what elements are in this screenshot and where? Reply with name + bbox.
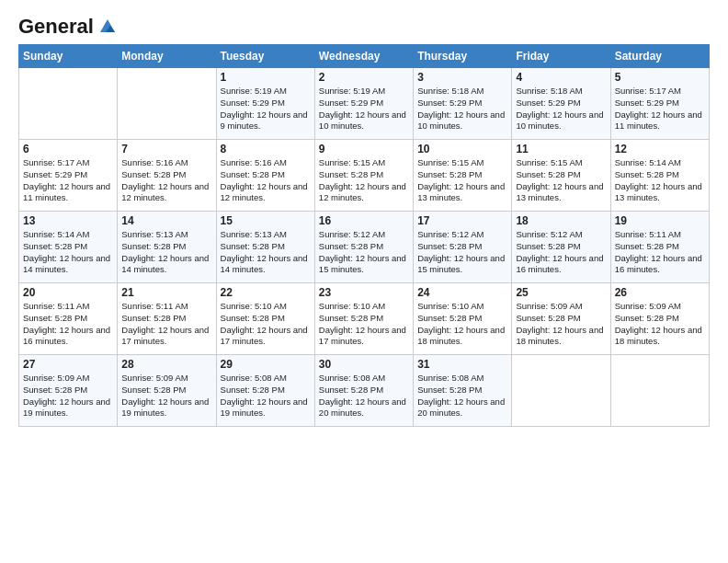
day-info: Sunrise: 5:15 AMSunset: 5:28 PMDaylight:… <box>516 157 606 204</box>
top-bar: General <box>18 15 710 37</box>
day-number: 19 <box>615 214 705 227</box>
day-info: Sunrise: 5:16 AMSunset: 5:28 PMDaylight:… <box>221 157 311 204</box>
empty-cell <box>512 355 610 427</box>
day-number: 3 <box>417 71 507 84</box>
day-number: 29 <box>221 358 311 371</box>
weekday-header-saturday: Saturday <box>610 45 709 68</box>
empty-cell <box>610 355 709 427</box>
day-cell-18: 18Sunrise: 5:12 AMSunset: 5:28 PMDayligh… <box>512 212 610 283</box>
day-cell-10: 10Sunrise: 5:15 AMSunset: 5:28 PMDayligh… <box>414 140 512 212</box>
day-number: 13 <box>23 214 113 227</box>
day-cell-27: 27Sunrise: 5:09 AMSunset: 5:28 PMDayligh… <box>19 355 118 427</box>
day-cell-16: 16Sunrise: 5:12 AMSunset: 5:28 PMDayligh… <box>314 212 413 283</box>
day-number: 23 <box>319 286 409 299</box>
day-cell-1: 1Sunrise: 5:19 AMSunset: 5:29 PMDaylight… <box>216 68 314 140</box>
day-number: 17 <box>417 214 507 227</box>
week-row-3: 13Sunrise: 5:14 AMSunset: 5:28 PMDayligh… <box>19 212 710 283</box>
day-number: 11 <box>516 143 606 155</box>
weekday-header-wednesday: Wednesday <box>314 45 413 68</box>
day-number: 28 <box>121 358 211 371</box>
logo-general-text: General <box>18 15 94 39</box>
day-cell-20: 20Sunrise: 5:11 AMSunset: 5:28 PMDayligh… <box>19 283 118 355</box>
empty-cell <box>19 68 118 140</box>
day-cell-30: 30Sunrise: 5:08 AMSunset: 5:28 PMDayligh… <box>314 355 413 427</box>
day-info: Sunrise: 5:09 AMSunset: 5:28 PMDaylight:… <box>615 301 705 348</box>
day-info: Sunrise: 5:16 AMSunset: 5:28 PMDaylight:… <box>121 157 211 204</box>
day-number: 20 <box>23 286 113 299</box>
logo: General <box>18 15 118 37</box>
weekday-header-sunday: Sunday <box>19 45 118 68</box>
day-number: 14 <box>121 214 211 227</box>
day-number: 16 <box>319 214 409 227</box>
day-number: 8 <box>221 143 311 155</box>
day-cell-21: 21Sunrise: 5:11 AMSunset: 5:28 PMDayligh… <box>118 283 216 355</box>
day-number: 15 <box>221 214 311 227</box>
day-info: Sunrise: 5:17 AMSunset: 5:29 PMDaylight:… <box>615 86 705 132</box>
logo-icon <box>97 17 118 37</box>
day-cell-11: 11Sunrise: 5:15 AMSunset: 5:28 PMDayligh… <box>512 140 610 212</box>
day-number: 2 <box>319 71 409 84</box>
day-info: Sunrise: 5:19 AMSunset: 5:29 PMDaylight:… <box>319 86 409 132</box>
day-number: 10 <box>417 143 507 155</box>
day-number: 12 <box>615 143 705 155</box>
day-info: Sunrise: 5:10 AMSunset: 5:28 PMDaylight:… <box>417 301 507 348</box>
day-number: 27 <box>23 358 113 371</box>
week-row-5: 27Sunrise: 5:09 AMSunset: 5:28 PMDayligh… <box>19 355 710 427</box>
day-cell-22: 22Sunrise: 5:10 AMSunset: 5:28 PMDayligh… <box>216 283 314 355</box>
day-number: 30 <box>319 358 409 371</box>
day-number: 18 <box>516 214 606 227</box>
day-info: Sunrise: 5:08 AMSunset: 5:28 PMDaylight:… <box>417 373 507 419</box>
weekday-header-row: SundayMondayTuesdayWednesdayThursdayFrid… <box>19 45 710 68</box>
day-info: Sunrise: 5:11 AMSunset: 5:28 PMDaylight:… <box>615 229 705 276</box>
day-number: 26 <box>615 286 705 299</box>
day-cell-7: 7Sunrise: 5:16 AMSunset: 5:28 PMDaylight… <box>118 140 216 212</box>
day-info: Sunrise: 5:14 AMSunset: 5:28 PMDaylight:… <box>23 229 113 276</box>
day-cell-23: 23Sunrise: 5:10 AMSunset: 5:28 PMDayligh… <box>314 283 413 355</box>
day-info: Sunrise: 5:10 AMSunset: 5:28 PMDaylight:… <box>319 301 409 348</box>
calendar-page: General SundayMondayTuesdayWednesdayThur… <box>0 0 728 563</box>
day-info: Sunrise: 5:13 AMSunset: 5:28 PMDaylight:… <box>121 229 211 276</box>
day-number: 4 <box>516 71 606 84</box>
week-row-2: 6Sunrise: 5:17 AMSunset: 5:29 PMDaylight… <box>19 140 710 212</box>
day-number: 22 <box>221 286 311 299</box>
day-number: 5 <box>615 71 705 84</box>
day-number: 1 <box>221 71 311 84</box>
day-info: Sunrise: 5:10 AMSunset: 5:28 PMDaylight:… <box>221 301 311 348</box>
day-number: 9 <box>319 143 409 155</box>
day-info: Sunrise: 5:11 AMSunset: 5:28 PMDaylight:… <box>23 301 113 348</box>
week-row-1: 1Sunrise: 5:19 AMSunset: 5:29 PMDaylight… <box>19 68 710 140</box>
day-cell-24: 24Sunrise: 5:10 AMSunset: 5:28 PMDayligh… <box>414 283 512 355</box>
day-number: 25 <box>516 286 606 299</box>
day-info: Sunrise: 5:12 AMSunset: 5:28 PMDaylight:… <box>516 229 606 276</box>
weekday-header-friday: Friday <box>512 45 610 68</box>
day-cell-31: 31Sunrise: 5:08 AMSunset: 5:28 PMDayligh… <box>414 355 512 427</box>
week-row-4: 20Sunrise: 5:11 AMSunset: 5:28 PMDayligh… <box>19 283 710 355</box>
day-cell-19: 19Sunrise: 5:11 AMSunset: 5:28 PMDayligh… <box>610 212 709 283</box>
day-info: Sunrise: 5:12 AMSunset: 5:28 PMDaylight:… <box>319 229 409 276</box>
day-info: Sunrise: 5:13 AMSunset: 5:28 PMDaylight:… <box>221 229 311 276</box>
day-cell-6: 6Sunrise: 5:17 AMSunset: 5:29 PMDaylight… <box>19 140 118 212</box>
day-cell-14: 14Sunrise: 5:13 AMSunset: 5:28 PMDayligh… <box>118 212 216 283</box>
day-number: 6 <box>23 143 113 155</box>
day-number: 7 <box>121 143 211 155</box>
day-info: Sunrise: 5:08 AMSunset: 5:28 PMDaylight:… <box>319 373 409 419</box>
day-info: Sunrise: 5:18 AMSunset: 5:29 PMDaylight:… <box>417 86 507 132</box>
day-cell-8: 8Sunrise: 5:16 AMSunset: 5:28 PMDaylight… <box>216 140 314 212</box>
day-info: Sunrise: 5:15 AMSunset: 5:28 PMDaylight:… <box>319 157 409 204</box>
day-info: Sunrise: 5:11 AMSunset: 5:28 PMDaylight:… <box>121 301 211 348</box>
weekday-header-monday: Monday <box>118 45 216 68</box>
day-info: Sunrise: 5:09 AMSunset: 5:28 PMDaylight:… <box>516 301 606 348</box>
day-info: Sunrise: 5:18 AMSunset: 5:29 PMDaylight:… <box>516 86 606 132</box>
day-cell-2: 2Sunrise: 5:19 AMSunset: 5:29 PMDaylight… <box>314 68 413 140</box>
day-info: Sunrise: 5:17 AMSunset: 5:29 PMDaylight:… <box>23 157 113 204</box>
day-number: 21 <box>121 286 211 299</box>
day-cell-12: 12Sunrise: 5:14 AMSunset: 5:28 PMDayligh… <box>610 140 709 212</box>
day-cell-3: 3Sunrise: 5:18 AMSunset: 5:29 PMDaylight… <box>414 68 512 140</box>
day-cell-15: 15Sunrise: 5:13 AMSunset: 5:28 PMDayligh… <box>216 212 314 283</box>
day-cell-13: 13Sunrise: 5:14 AMSunset: 5:28 PMDayligh… <box>19 212 118 283</box>
day-info: Sunrise: 5:19 AMSunset: 5:29 PMDaylight:… <box>221 86 311 132</box>
day-info: Sunrise: 5:09 AMSunset: 5:28 PMDaylight:… <box>23 373 113 419</box>
day-cell-26: 26Sunrise: 5:09 AMSunset: 5:28 PMDayligh… <box>610 283 709 355</box>
day-info: Sunrise: 5:08 AMSunset: 5:28 PMDaylight:… <box>221 373 311 419</box>
weekday-header-thursday: Thursday <box>414 45 512 68</box>
